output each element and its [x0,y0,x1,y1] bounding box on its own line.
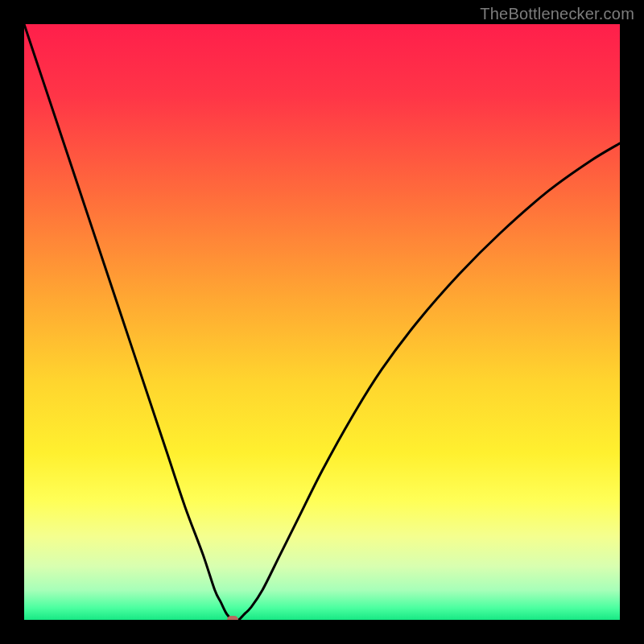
watermark-text: TheBottlenecker.com [480,5,634,23]
plot-area [24,24,620,620]
optimal-point-marker [227,616,238,620]
bottleneck-curve [24,24,620,620]
chart-stage: TheBottlenecker.com [0,0,644,644]
